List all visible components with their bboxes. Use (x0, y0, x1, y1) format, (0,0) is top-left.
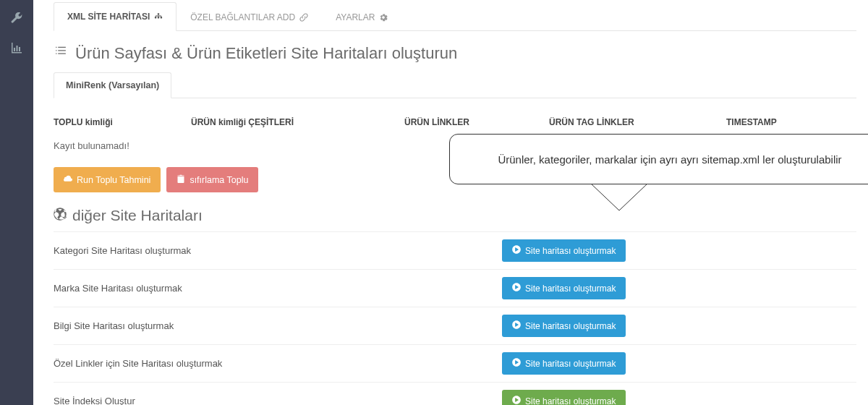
col-product-tag-links: ÜRÜN TAG LİNKLER (549, 117, 726, 127)
cogs-icon (379, 13, 388, 22)
heading-text: diğer Site Haritaları (72, 207, 203, 224)
button-label: sıfırlama Toplu (190, 175, 248, 185)
callout-tail (583, 183, 648, 210)
play-circle-icon (512, 283, 521, 294)
col-timestamp: TIMESTAMP (726, 117, 856, 127)
main-content: XML SİTE HARİTASI ÖZEL BAĞLANTILAR ADD A… (33, 0, 868, 405)
create-brand-sitemap-button[interactable]: Site haritası oluşturmak (502, 277, 626, 299)
tab-label: XML SİTE HARİTASI (67, 12, 150, 22)
play-circle-icon (512, 358, 521, 369)
trash-icon (176, 174, 185, 185)
section-heading-other: diğer Site Haritaları (54, 207, 856, 224)
run-batch-button[interactable]: Run Toplu Tahmini (54, 167, 161, 192)
other-sitemaps-list: Kategori Site Haritası oluşturmak Site h… (54, 231, 856, 405)
create-category-sitemap-button[interactable]: Site haritası oluşturmak (502, 239, 626, 262)
left-sidebar (0, 0, 33, 405)
list-icon (54, 44, 68, 63)
row-label-custom-links: Özel Linkler için Site Haritası oluşturm… (54, 358, 502, 369)
annotation-callout: Ürünler, kategoriler, markalar için ayrı… (449, 134, 868, 184)
row-label-category: Kategori Site Haritası oluşturmak (54, 245, 502, 256)
button-label: Site haritası oluşturmak (525, 246, 616, 256)
callout-text: Ürünler, kategoriler, markalar için ayrı… (498, 153, 841, 166)
reset-batch-button[interactable]: sıfırlama Toplu (166, 167, 258, 192)
button-label: Site haritası oluşturmak (525, 321, 616, 331)
tab-settings[interactable]: AYARLAR (322, 2, 401, 31)
top-tabs: XML SİTE HARİTASI ÖZEL BAĞLANTILAR ADD A… (54, 1, 856, 31)
create-customlinks-sitemap-button[interactable]: Site haritası oluşturmak (502, 352, 626, 375)
sitemap-icon (154, 12, 163, 21)
sub-tabs: MiniRenk (Varsayılan) (54, 72, 856, 98)
button-label: Site haritası oluşturmak (525, 359, 616, 369)
list-item: Kategori Site Haritası oluşturmak Site h… (54, 231, 856, 270)
row-label-brand: Marka Site Haritası oluşturmak (54, 283, 502, 294)
tab-label: AYARLAR (336, 12, 375, 22)
button-label: Run Toplu Tahmini (77, 175, 150, 185)
row-label-info: Bilgi Site Haritası oluşturmak (54, 320, 502, 331)
list-item: Bilgi Site Haritası oluşturmak Site hari… (54, 307, 856, 345)
play-circle-icon (512, 396, 521, 405)
section-heading-products: Ürün Sayfası & Ürün Etiketleri Site Hari… (54, 44, 856, 63)
tab-xml-sitemap[interactable]: XML SİTE HARİTASI (54, 2, 176, 31)
heading-text: Ürün Sayfası & Ürün Etiketleri Site Hari… (75, 44, 457, 63)
sub-tab-minirenk[interactable]: MiniRenk (Varsayılan) (54, 72, 171, 98)
create-info-sitemap-button[interactable]: Site haritası oluşturmak (502, 315, 626, 337)
col-batch-id: TOPLU kimliği (54, 117, 191, 127)
create-site-index-button[interactable]: Site haritası oluşturmak (502, 390, 626, 405)
play-circle-icon (512, 320, 521, 331)
col-product-id-types: ÜRÜN kimliği ÇEŞİTLERİ (191, 117, 404, 127)
soccer-icon (54, 207, 67, 224)
table-header: TOPLU kimliği ÜRÜN kimliği ÇEŞİTLERİ ÜRÜ… (54, 111, 856, 133)
bar-chart-icon[interactable] (11, 42, 22, 56)
list-item: Site İndeksi Oluştur Site haritası oluşt… (54, 383, 856, 405)
tab-label: ÖZEL BAĞLANTILAR ADD (190, 12, 295, 22)
button-label: Site haritası oluşturmak (525, 396, 616, 406)
tab-custom-links[interactable]: ÖZEL BAĞLANTILAR ADD (176, 2, 322, 31)
row-label-site-index: Site İndeksi Oluştur (54, 396, 502, 405)
cloud-icon (64, 174, 72, 185)
link-icon (299, 13, 308, 22)
wrench-icon[interactable] (11, 12, 22, 26)
list-item: Marka Site Haritası oluşturmak Site hari… (54, 270, 856, 307)
play-circle-icon (512, 245, 521, 256)
col-product-links: ÜRÜN LİNKLER (404, 117, 549, 127)
button-label: Site haritası oluşturmak (525, 284, 616, 294)
list-item: Özel Linkler için Site Haritası oluşturm… (54, 345, 856, 383)
